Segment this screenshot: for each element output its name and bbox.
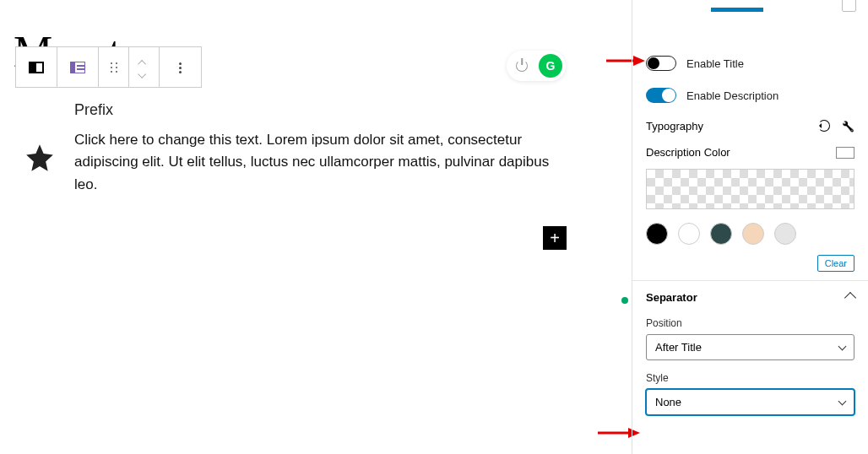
move-buttons[interactable] bbox=[129, 47, 160, 88]
typography-label: Typography bbox=[646, 120, 703, 132]
color-grey[interactable] bbox=[774, 223, 796, 245]
description-color-label: Description Color bbox=[646, 146, 730, 159]
position-label: Position bbox=[632, 314, 868, 331]
style-select[interactable]: None bbox=[646, 389, 854, 415]
star-icon bbox=[24, 142, 56, 174]
drag-handle[interactable] bbox=[99, 47, 129, 88]
enable-title-toggle[interactable] bbox=[646, 56, 676, 71]
enable-description-row: Enable Description bbox=[632, 79, 868, 111]
drag-dots-icon bbox=[109, 62, 119, 73]
style-label: Style bbox=[632, 369, 868, 386]
description-text[interactable]: Click here to change this text. Lorem ip… bbox=[74, 129, 556, 196]
style-value: None bbox=[655, 396, 681, 408]
half-box-icon bbox=[29, 62, 44, 73]
grammarly-icon: G bbox=[546, 59, 556, 73]
chevron-down-icon bbox=[838, 397, 847, 405]
settings-sidebar: Enable Title Enable Description Typograp… bbox=[632, 0, 868, 454]
more-options-button[interactable] bbox=[160, 47, 201, 88]
enable-description-label: Enable Description bbox=[686, 89, 778, 102]
grammarly-button[interactable]: G bbox=[539, 54, 562, 78]
layout-button[interactable] bbox=[57, 47, 99, 88]
power-button[interactable] bbox=[510, 54, 534, 78]
power-icon bbox=[516, 60, 528, 72]
active-tab-indicator bbox=[711, 8, 763, 12]
enable-description-toggle[interactable] bbox=[646, 88, 676, 103]
indicator-dot bbox=[621, 297, 628, 304]
prefix-text[interactable]: Prefix bbox=[74, 101, 556, 119]
clear-top-button[interactable] bbox=[842, 0, 856, 12]
description-color-row: Description Color bbox=[632, 141, 868, 164]
vertical-dots-icon bbox=[179, 61, 182, 75]
chevron-down-icon bbox=[140, 70, 149, 75]
separator-section-header[interactable]: Separator bbox=[632, 280, 868, 314]
clear-color-button[interactable]: Clear bbox=[817, 255, 854, 272]
reset-icon[interactable] bbox=[818, 120, 830, 132]
block-type-button[interactable] bbox=[16, 47, 57, 88]
position-select[interactable]: After Title bbox=[646, 334, 854, 360]
color-black[interactable] bbox=[646, 223, 668, 245]
color-white[interactable] bbox=[678, 223, 700, 245]
color-picker-area[interactable] bbox=[646, 169, 854, 209]
block-toolbar bbox=[15, 46, 202, 88]
typography-row: Typography bbox=[632, 111, 868, 141]
chevron-up-icon bbox=[844, 291, 856, 303]
float-controls: G bbox=[507, 51, 566, 81]
separator-heading: Separator bbox=[646, 291, 697, 304]
layout-icon bbox=[70, 62, 85, 73]
enable-title-label: Enable Title bbox=[686, 57, 744, 70]
position-value: After Title bbox=[655, 341, 702, 354]
color-peach[interactable] bbox=[742, 223, 764, 245]
chevron-up-icon bbox=[140, 60, 149, 65]
current-color-swatch[interactable] bbox=[836, 147, 854, 159]
enable-title-row: Enable Title bbox=[632, 47, 868, 79]
wrench-icon[interactable] bbox=[842, 120, 854, 132]
color-teal[interactable] bbox=[710, 223, 732, 245]
add-block-button[interactable]: + bbox=[543, 226, 567, 250]
plus-icon: + bbox=[550, 229, 560, 248]
chevron-down-icon bbox=[838, 342, 847, 350]
color-palette bbox=[632, 214, 868, 253]
content-block[interactable]: Prefix Click here to change this text. L… bbox=[74, 101, 556, 196]
